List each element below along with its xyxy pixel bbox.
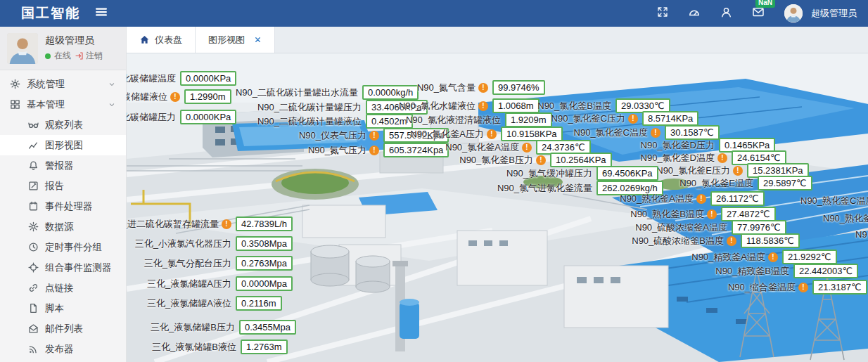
scene-label: N90_熟化釜B温度!27.4872℃ [721,207,776,221]
scene-value: 26.1172℃ [710,191,765,206]
navbar-username[interactable]: 超级管理员 [811,7,857,20]
sidebar-item-watch-list[interactable]: 观察列表 [0,115,126,135]
sidebar-item-event-handler[interactable]: 事件处理器 [0,196,126,216]
scene-label-text: 化碳储罐液位! [127,91,180,103]
sidebar-item-data-source[interactable]: 数据源 [0,216,126,237]
warning-icon: ! [733,166,743,176]
scene-value: 21.9292℃ [782,250,837,264]
scene-label-text: N90_硫酸浓缩釜A温度 [635,221,727,234]
scene-label: N90_氯气缓冲罐压力69.4506KPa [596,166,658,181]
tab-graphic-view[interactable]: 图形视图 [196,27,275,53]
logout-button[interactable]: 注销 [75,50,103,62]
scene-label-text: N90_二硫化碳计量罐出水流量 [236,86,358,99]
scene-value: 1.9209m [505,112,552,127]
online-status-dot [45,53,51,59]
warning-icon: ! [727,236,736,246]
warning-icon: ! [222,219,231,229]
close-tab-icon[interactable] [254,36,262,44]
sidebar-item-composite-event-monitor[interactable]: 组合事件监测器 [0,257,126,278]
rss-icon [28,344,39,354]
user-icon[interactable] [720,6,732,21]
scene-label: N90_氯化釜C压力!8.5714KPa [642,111,698,126]
scene-label: N90_氯化液澄清罐液位1.9209m [505,112,552,127]
sidebar-item-label: 脚本 [45,302,64,315]
scene-value: 21.3187℃ [812,280,867,295]
scene-value: 0.2763Mpa [236,256,293,271]
user-avatar[interactable] [7,33,38,64]
sidebar-item-alarm[interactable]: 警报器 [0,155,126,176]
sidebar-item-point-link[interactable]: 点链接 [0,278,126,298]
scene-value: 0.3508Mpa [236,236,293,251]
warning-icon: ! [369,146,379,155]
graphic-view-canvas[interactable]: 化碳储罐温度0.0000KPa化碳储罐液位!1.2990m化碳储罐压力0.000… [127,53,868,362]
sidebar-item-system-management[interactable]: 系统管理 [0,74,126,94]
scene-label-text: N90_氯气缓冲罐压力 [506,167,592,180]
scene-label-text: 三化_液氯储罐B液位 [152,341,236,354]
warning-icon: ! [707,209,717,219]
hamburger-icon[interactable] [94,5,108,22]
mailopen-icon [28,323,39,334]
sidebar-item-graphic-view[interactable]: 图形视图 [0,135,126,155]
scene-value: 118.5836℃ [741,233,800,248]
scene-value: 0.0000Mpa [236,276,293,291]
scene-label: N90_熟化釜C温度! [800,195,868,207]
scene-value: 1.0068m [492,98,540,113]
scene-value: 30.1587℃ [665,125,720,140]
scene-value: 1.2763m [241,340,288,354]
mail-icon[interactable]: NaN [752,6,765,21]
sidebar-item-basic-management[interactable]: 基本管理 [0,94,126,115]
sidebar-item-label: 点链接 [45,282,74,295]
scene-value: 0.3455Mpa [239,320,296,335]
scene-label-text: N90_氮气含量! [417,82,488,94]
gauge-icon[interactable] [688,6,701,21]
gear-icon [28,221,39,232]
edit-icon [28,181,39,191]
sidebar-menu: 系统管理基本管理观察列表图形视图警报器报告事件处理器数据源定时事件分组组合事件监… [0,70,126,359]
tab-dashboard[interactable]: 仪表盘 [127,27,196,53]
scene-label: 三化_氯气分配台压力0.2763Mpa [236,256,293,271]
scene-value: 0.0000kg/h [362,85,419,100]
warning-icon: ! [487,129,497,139]
sidebar-item-script[interactable]: 脚本 [0,298,126,318]
scene-label: 三化_液氯储罐B压力0.3455Mpa [239,320,296,335]
scene-label-text: N90_氯化釜C温度! [574,127,660,139]
warning-icon: ! [798,283,808,292]
avatar[interactable] [784,4,803,22]
scene-value: 0.2116m [236,296,282,311]
sidebar-item-report[interactable]: 报告 [0,176,126,196]
scene-label-text: N90_硫酸浓缩釜B温度! [632,235,736,247]
scene-label: N90_硫酸浓缩釜A温度77.9976℃ [732,220,786,235]
scene-label-text: N90_熟化釜 [823,212,868,225]
scene-label-text: N90_仪表气压力! [299,129,379,142]
sidebar-item-mail-list[interactable]: 邮件列表 [0,318,126,339]
scene-label: N90_熟化釜A温度!26.1172℃ [710,191,765,206]
scene-value: 10.2564KPa [550,153,612,167]
chevron-down-icon [108,101,116,109]
home-icon [139,34,150,45]
warning-icon: ! [369,131,379,141]
scene-label-text: N90_进二硫化碳暂存罐流量! [127,218,231,231]
sidebar-user-panel: 超级管理员 在线 注销 [0,27,126,70]
sidebar-item-label: 报告 [45,180,64,193]
scene-label-text: 化碳储罐压力 [127,111,176,124]
scene-label-text: N90_氯气进氯化釜流量 [497,182,592,195]
fullscreen-icon[interactable] [657,6,668,20]
scene-label-text: 三化_氯气分配台压力 [144,257,231,270]
scene-label-text: N90_熟化釜C温度! [800,195,868,207]
scene-value: 69.4506KPa [596,166,658,181]
scene-label-text: N90_氮气压力! [308,144,379,157]
sidebar-item-timed-event-group[interactable]: 定时事件分组 [0,237,126,257]
scene-label-text: N90_氯化釜D压力 [641,139,715,152]
bell-icon [28,160,39,171]
grid-icon [10,99,20,110]
sidebar-item-label: 基本管理 [27,98,65,111]
sidebar-item-label: 组合事件监测器 [45,261,112,274]
scene-label: N90_氯化釜A压力!10.9158KPa [501,127,563,141]
scene-label: N90_精致釜A温度!21.9292℃ [782,250,837,264]
sidebar-username: 超级管理员 [45,34,103,47]
scene-label: N90_二硫化碳计量罐出水流量0.0000kg/h [362,85,419,100]
warning-icon: ! [628,114,638,124]
sidebar-item-publisher[interactable]: 发布器 [0,339,126,359]
sidebar-item-label: 系统管理 [27,78,65,91]
sidebar-item-label: 发布器 [45,343,74,356]
